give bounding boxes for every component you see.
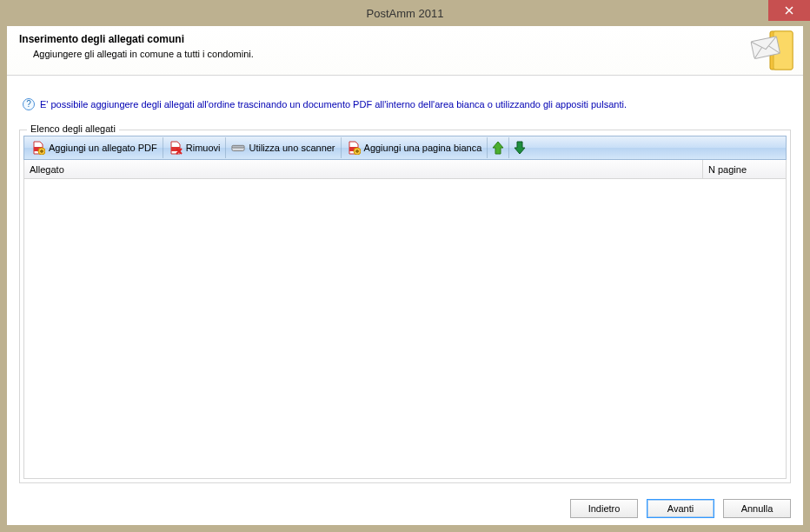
scanner-icon xyxy=(231,141,245,155)
table-header: Allegato N pagine xyxy=(23,160,787,179)
wizard-footer: Indietro Avanti Annulla xyxy=(7,492,803,525)
close-button[interactable] xyxy=(768,0,810,21)
attachments-groupbox: Elenco degli allegati Aggiungi un allega… xyxy=(19,130,791,483)
arrow-down-icon xyxy=(513,141,527,155)
help-icon: ? xyxy=(23,98,35,110)
titlebar: PostAmm 2011 xyxy=(0,0,810,26)
add-blank-page-label: Aggiungi una pagina bianca xyxy=(364,143,482,153)
close-icon xyxy=(785,6,793,15)
table-body[interactable] xyxy=(23,179,787,479)
scanner-label: Utilizza uno scanner xyxy=(249,143,335,153)
next-button[interactable]: Avanti xyxy=(647,499,714,518)
back-button[interactable]: Indietro xyxy=(570,499,638,518)
cancel-button[interactable]: Annulla xyxy=(723,499,791,518)
envelope-icon xyxy=(747,26,798,79)
pdf-add-icon xyxy=(31,141,45,155)
toolbar: Aggiungi un allegato PDF Rimuovi xyxy=(23,136,787,160)
page-title: Inserimento degli allegati comuni xyxy=(19,33,791,45)
add-pdf-label: Aggiungi un allegato PDF xyxy=(49,143,157,153)
groupbox-label: Elenco degli allegati xyxy=(27,123,119,134)
remove-button[interactable]: Rimuovi xyxy=(163,137,227,158)
info-text: E' possibile aggiungere degli allegati a… xyxy=(40,99,627,110)
column-npagine[interactable]: N pagine xyxy=(703,160,786,178)
scanner-button[interactable]: Utilizza uno scanner xyxy=(226,137,341,158)
content-area: ? E' possibile aggiungere degli allegati… xyxy=(7,76,803,492)
pdf-add-blank-icon xyxy=(347,141,361,155)
add-blank-page-button[interactable]: Aggiungi una pagina bianca xyxy=(342,137,488,158)
window-title: PostAmm 2011 xyxy=(367,7,444,20)
column-allegato[interactable]: Allegato xyxy=(24,160,703,178)
add-pdf-button[interactable]: Aggiungi un allegato PDF xyxy=(26,137,163,158)
window-body: Inserimento degli allegati comuni Aggiun… xyxy=(7,26,803,525)
info-hint: ? E' possibile aggiungere degli allegati… xyxy=(23,98,791,110)
move-down-button[interactable] xyxy=(509,137,530,158)
page-subtitle: Aggiungere gli allegati in comune a tutt… xyxy=(33,49,791,59)
arrow-up-icon xyxy=(491,141,505,155)
move-up-button[interactable] xyxy=(488,137,509,158)
wizard-header: Inserimento degli allegati comuni Aggiun… xyxy=(7,26,803,76)
remove-label: Rimuovi xyxy=(186,143,221,153)
svg-rect-7 xyxy=(232,145,244,148)
pdf-remove-icon xyxy=(169,141,183,155)
